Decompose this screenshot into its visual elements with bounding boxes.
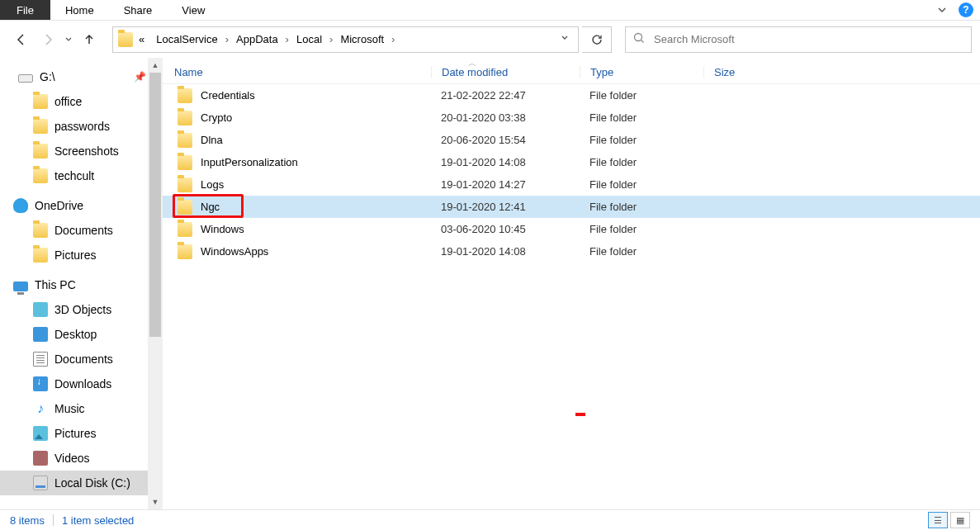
- sidebar-label: Pictures: [54, 248, 97, 262]
- breadcrumb-microsoft[interactable]: Microsoft: [334, 27, 390, 52]
- sidebar-item-videos[interactable]: Videos: [0, 446, 163, 471]
- sort-indicator-icon: ︿: [468, 58, 476, 69]
- file-row[interactable]: Dlna20-06-2020 15:54File folder: [163, 129, 980, 151]
- annotation-marker: [575, 413, 585, 416]
- tab-share[interactable]: Share: [109, 0, 168, 20]
- sidebar-label: Documents: [54, 353, 113, 366]
- file-type: File folder: [580, 201, 703, 213]
- file-type: File folder: [580, 134, 703, 146]
- folder-icon: [33, 94, 48, 109]
- sidebar-item-techcult[interactable]: techcult: [0, 163, 163, 188]
- sidebar-label: passwords: [54, 120, 110, 133]
- folder-icon: [178, 177, 192, 192]
- ribbon-collapse-icon[interactable]: [932, 0, 952, 20]
- file-row[interactable]: Logs19-01-2020 14:27File folder: [163, 173, 980, 196]
- sidebar-item-music[interactable]: ♪Music: [0, 396, 163, 421]
- column-date[interactable]: Date modified: [431, 66, 580, 78]
- folder-icon: [178, 222, 192, 237]
- refresh-button[interactable]: [582, 26, 612, 53]
- sidebar-item-pictures[interactable]: Pictures: [0, 243, 163, 267]
- breadcrumb-local[interactable]: Local: [291, 27, 328, 52]
- recent-locations-dropdown[interactable]: [63, 28, 74, 51]
- search-icon: [632, 31, 646, 47]
- file-list-pane: ︿ Name Date modified Type Size Credentia…: [163, 58, 980, 509]
- folder-icon: [178, 200, 192, 215]
- sidebar-label: Downloads: [54, 377, 111, 390]
- sidebar-item-screenshots[interactable]: Screenshots: [0, 139, 163, 163]
- desktop-icon: [33, 327, 48, 342]
- file-row[interactable]: WindowsApps19-01-2020 14:08File folder: [163, 240, 980, 263]
- navigation-row: « LocalService › AppData › Local › Micro…: [0, 21, 980, 58]
- breadcrumb-appdata[interactable]: AppData: [230, 27, 284, 52]
- breadcrumb-localservice[interactable]: LocalService: [150, 27, 223, 52]
- file-name: InputPersonalization: [201, 156, 298, 168]
- folder-icon: [178, 133, 192, 148]
- file-name: Dlna: [201, 134, 223, 146]
- file-row[interactable]: Crypto20-01-2020 03:38File folder: [163, 106, 980, 129]
- sidebar-item-desktop[interactable]: Desktop: [0, 322, 163, 347]
- sidebar-item-thispc[interactable]: This PC: [0, 272, 163, 297]
- file-row[interactable]: Windows03-06-2020 10:45File folder: [163, 218, 980, 240]
- sidebar-label: OneDrive: [35, 199, 83, 212]
- sidebar-label: This PC: [35, 278, 76, 291]
- sidebar-label: Screenshots: [54, 144, 119, 158]
- thumbnails-view-button[interactable]: ▦: [950, 512, 970, 528]
- scroll-up-icon[interactable]: ▲: [148, 58, 163, 73]
- sidebar-item-onedrive[interactable]: OneDrive: [0, 193, 163, 218]
- sidebar-item-pictures-pc[interactable]: Pictures: [0, 421, 163, 446]
- tab-home[interactable]: Home: [50, 0, 109, 20]
- search-placeholder: Search Microsoft: [654, 33, 735, 45]
- chevron-right-icon[interactable]: ›: [224, 33, 230, 45]
- sidebar-scrollbar[interactable]: ▲ ▼: [148, 58, 163, 509]
- drive-icon: [18, 74, 33, 83]
- up-button[interactable]: [78, 28, 101, 51]
- status-item-count: 8 items: [10, 514, 45, 527]
- sidebar-item-passwords[interactable]: passwords: [0, 114, 163, 139]
- pc-icon: [13, 282, 28, 291]
- file-type: File folder: [580, 223, 703, 235]
- back-button[interactable]: [10, 28, 33, 51]
- column-size[interactable]: Size: [703, 66, 786, 78]
- file-date: 19-01-2020 12:41: [431, 201, 580, 213]
- sidebar-item-documents[interactable]: Documents: [0, 218, 163, 243]
- column-type[interactable]: Type: [580, 66, 703, 78]
- details-view-button[interactable]: ☰: [928, 512, 948, 528]
- scrollbar-thumb[interactable]: [149, 73, 161, 337]
- forward-button[interactable]: [36, 28, 59, 51]
- chevron-right-icon[interactable]: ›: [284, 33, 291, 45]
- file-row[interactable]: Ngc19-01-2020 12:41File folder: [163, 196, 980, 218]
- onedrive-icon: [13, 198, 28, 213]
- sidebar-item-gdrive[interactable]: G:\📌: [0, 64, 163, 89]
- file-name: WindowsApps: [201, 245, 268, 258]
- sidebar-item-office[interactable]: office: [0, 89, 163, 114]
- chevron-right-icon[interactable]: ›: [328, 33, 334, 45]
- file-row[interactable]: Credentials21-02-2022 22:47File folder: [163, 84, 980, 106]
- 3d-icon: [33, 302, 48, 317]
- sidebar-item-documents-pc[interactable]: Documents: [0, 347, 163, 371]
- folder-icon: [178, 244, 192, 259]
- file-name: Logs: [201, 178, 224, 191]
- sidebar-label: G:\: [40, 70, 55, 83]
- folder-icon: [178, 111, 192, 125]
- breadcrumb-overflow[interactable]: «: [133, 27, 150, 52]
- address-bar[interactable]: « LocalService › AppData › Local › Micro…: [112, 26, 579, 53]
- sidebar-label: Documents: [54, 224, 113, 237]
- column-name[interactable]: Name: [163, 66, 431, 78]
- tab-file[interactable]: File: [0, 0, 50, 20]
- scroll-down-icon[interactable]: ▼: [148, 495, 163, 509]
- help-button[interactable]: ?: [952, 0, 980, 20]
- music-icon: ♪: [33, 401, 48, 416]
- sidebar-label: Videos: [54, 452, 90, 465]
- folder-icon: [33, 248, 48, 263]
- sidebar-item-localdisk[interactable]: Local Disk (C:): [0, 471, 163, 495]
- sidebar-item-downloads[interactable]: Downloads: [0, 371, 163, 396]
- chevron-right-icon[interactable]: ›: [390, 33, 396, 45]
- sidebar-label: Local Disk (C:): [54, 476, 130, 490]
- status-bar: 8 items 1 item selected ☰ ▦: [0, 509, 980, 530]
- sidebar-item-3dobjects[interactable]: 3D Objects: [0, 297, 163, 322]
- tab-view[interactable]: View: [167, 0, 220, 20]
- status-selection-count: 1 item selected: [62, 514, 134, 527]
- address-history-dropdown[interactable]: [556, 33, 573, 45]
- file-row[interactable]: InputPersonalization19-01-2020 14:08File…: [163, 151, 980, 173]
- search-input[interactable]: Search Microsoft: [625, 26, 972, 53]
